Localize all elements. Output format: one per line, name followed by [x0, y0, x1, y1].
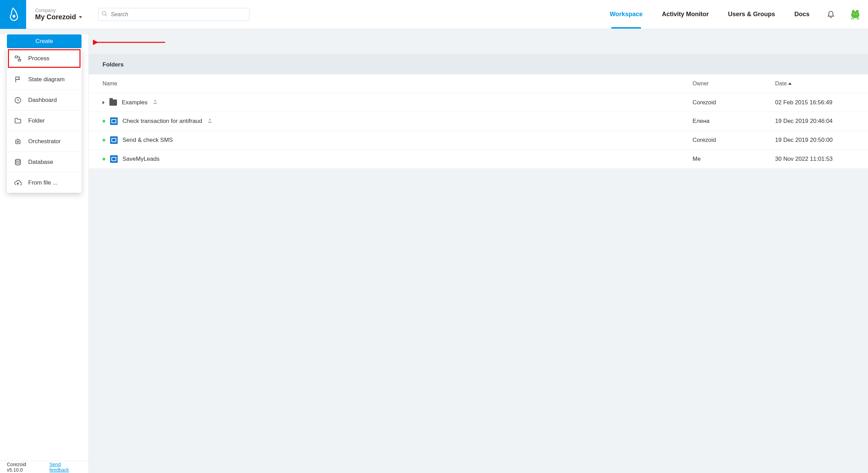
search-icon	[101, 11, 108, 18]
create-option-label: From file ...	[28, 179, 57, 186]
process-icon	[14, 54, 22, 63]
process-icon	[110, 117, 118, 125]
version-label: Corezoid v5.10.0	[7, 462, 43, 473]
create-option-label: Process	[28, 55, 49, 62]
status-indicator	[103, 158, 105, 160]
user-avatar[interactable]	[843, 8, 868, 21]
create-option-folder[interactable]: Folder	[7, 110, 82, 131]
flame-icon	[8, 7, 19, 22]
svg-point-0	[13, 15, 15, 18]
create-option-from-file[interactable]: From file ...	[7, 172, 82, 193]
top-header: Company My Corezoid Workspace Activity M…	[0, 0, 868, 29]
search-container	[98, 8, 249, 21]
svg-rect-12	[857, 18, 858, 20]
create-option-label: Database	[28, 159, 53, 166]
flag-icon	[14, 75, 22, 84]
nav-activity-monitor[interactable]: Activity Monitor	[652, 0, 718, 29]
status-indicator	[103, 120, 105, 123]
notifications-button[interactable]	[819, 10, 843, 19]
item-date: 30 Nov 2022 11:01:53	[775, 156, 854, 162]
svg-point-18	[17, 141, 18, 142]
svg-rect-13	[858, 18, 859, 20]
item-owner: Corezoid	[693, 99, 775, 106]
content-area: Folders Name Owner Date Examples	[89, 29, 868, 473]
table-row[interactable]: Check transaction for antifraud Елена 19…	[89, 112, 868, 131]
sidebar: Create Process State diagram Dashboard	[0, 29, 89, 473]
item-name: SaveMyLeads	[122, 156, 160, 162]
svg-line-2	[105, 14, 107, 16]
svg-point-19	[18, 141, 19, 142]
create-option-label: Folder	[28, 117, 45, 124]
upload-cloud-icon	[14, 179, 22, 187]
database-icon	[14, 158, 22, 166]
company-label: Company	[35, 8, 82, 13]
create-option-database[interactable]: Database	[7, 151, 82, 172]
table-row[interactable]: Examples Corezoid 02 Feb 2015 16:56:49	[89, 93, 868, 112]
svg-point-21	[154, 100, 156, 102]
column-header-name[interactable]: Name	[103, 81, 693, 87]
nav-users-groups[interactable]: Users & Groups	[718, 0, 785, 29]
nav-workspace[interactable]: Workspace	[600, 0, 652, 29]
status-indicator	[103, 139, 105, 141]
logo[interactable]	[0, 0, 26, 29]
annotation-arrow	[93, 37, 169, 48]
item-owner: Corezoid	[693, 137, 775, 144]
column-header-date[interactable]: Date	[775, 81, 854, 87]
item-date: 19 Dec 2019 20:46:04	[775, 118, 854, 125]
create-option-state-diagram[interactable]: State diagram	[7, 69, 82, 90]
item-owner: Me	[693, 156, 775, 162]
svg-point-1	[102, 11, 106, 15]
column-header-owner[interactable]: Owner	[693, 81, 775, 87]
svg-rect-11	[853, 18, 854, 20]
create-option-orchestrator[interactable]: Orchestrator	[7, 131, 82, 151]
table-header-row: Name Owner Date	[89, 74, 868, 93]
item-owner: Елена	[693, 118, 775, 125]
folder-icon	[109, 99, 117, 106]
send-feedback-link[interactable]: Send feedback	[50, 462, 82, 473]
table-row[interactable]: SaveMyLeads Me 30 Nov 2022 11:01:53	[89, 150, 868, 169]
create-option-label: Orchestrator	[28, 138, 61, 145]
expand-icon[interactable]	[103, 101, 105, 104]
svg-point-4	[852, 10, 855, 13]
company-selector[interactable]: Company My Corezoid	[26, 8, 91, 21]
avatar-icon	[849, 8, 861, 20]
create-option-label: State diagram	[28, 76, 65, 83]
svg-rect-14	[15, 56, 18, 58]
svg-point-22	[209, 118, 211, 120]
sort-ascending-icon	[788, 83, 792, 85]
svg-point-20	[15, 159, 21, 161]
main-nav: Workspace Activity Monitor Users & Group…	[600, 0, 868, 29]
svg-point-9	[856, 14, 857, 14]
chevron-down-icon	[79, 16, 82, 18]
svg-point-5	[856, 10, 859, 13]
folder-icon	[14, 117, 22, 125]
create-option-label: Dashboard	[28, 97, 57, 104]
search-input[interactable]	[98, 8, 249, 21]
table-row[interactable]: Send & check SMS Corezoid 19 Dec 2019 20…	[89, 131, 868, 150]
item-date: 19 Dec 2019 20:50:00	[775, 137, 854, 144]
company-name: My Corezoid	[35, 13, 76, 21]
nav-docs[interactable]: Docs	[785, 0, 819, 29]
shared-icon	[152, 99, 158, 106]
shared-icon	[207, 118, 213, 125]
process-icon	[110, 155, 118, 163]
create-button[interactable]: Create	[7, 34, 82, 48]
robot-icon	[14, 137, 22, 146]
create-dropdown: Process State diagram Dashboard Folder	[7, 48, 82, 193]
item-name: Examples	[122, 99, 148, 106]
svg-point-8	[854, 14, 854, 14]
clock-icon	[14, 96, 22, 104]
item-name: Check transaction for antifraud	[122, 118, 202, 125]
create-option-process[interactable]: Process	[7, 48, 82, 69]
bell-icon	[827, 10, 835, 18]
content-header: Folders	[89, 54, 868, 74]
process-icon	[110, 136, 118, 144]
svg-rect-10	[851, 18, 852, 20]
folders-title: Folders	[103, 61, 854, 68]
item-date: 02 Feb 2015 16:56:49	[775, 99, 854, 106]
create-option-dashboard[interactable]: Dashboard	[7, 90, 82, 110]
folder-table: Name Owner Date Examples Corezoid	[89, 74, 868, 169]
item-name: Send & check SMS	[122, 137, 173, 144]
footer: Corezoid v5.10.0 Send feedback	[0, 461, 88, 473]
